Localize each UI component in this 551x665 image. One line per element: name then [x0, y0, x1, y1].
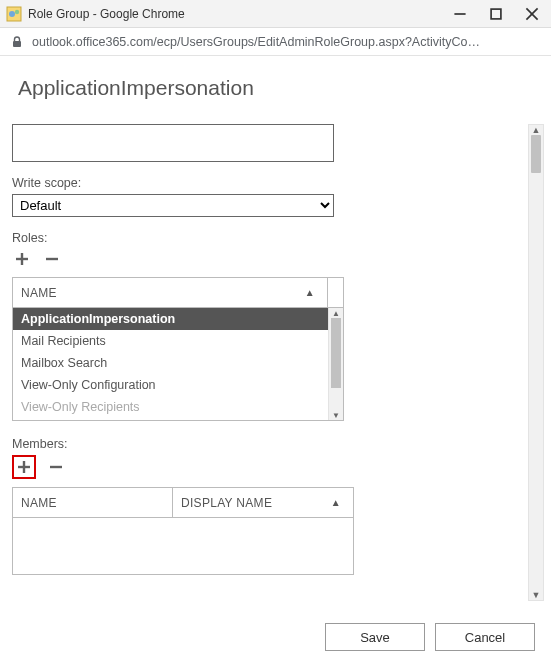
close-button[interactable] [525, 7, 539, 21]
lock-icon [10, 35, 24, 49]
roles-table-body: ApplicationImpersonation Mail Recipients… [13, 308, 343, 420]
role-item-label: Mail Recipients [21, 334, 106, 348]
roles-remove-button[interactable] [42, 249, 62, 269]
role-item-label: ApplicationImpersonation [21, 312, 175, 326]
roles-label: Roles: [12, 231, 523, 245]
roles-scrollbar[interactable]: ▲ ▼ [328, 308, 343, 420]
roles-add-button[interactable] [12, 249, 32, 269]
scroll-down-icon[interactable]: ▼ [329, 409, 343, 420]
form-scrollpane: Write scope: Default Roles: NAME ▲ [12, 124, 523, 601]
roles-header-name: NAME [21, 286, 57, 300]
window-title: Role Group - Google Chrome [28, 7, 453, 21]
save-button[interactable]: Save [325, 623, 425, 651]
roles-table-header[interactable]: NAME ▲ [13, 278, 343, 308]
svg-rect-7 [13, 41, 21, 47]
svg-rect-4 [491, 9, 501, 19]
sort-indicator-icon: ▲ [305, 287, 315, 298]
dialog-footer: Save Cancel [325, 623, 535, 651]
cancel-button[interactable]: Cancel [435, 623, 535, 651]
members-header-name: NAME [21, 496, 57, 510]
table-row[interactable]: Mailbox Search [13, 352, 328, 374]
table-row[interactable]: View-Only Recipients [13, 396, 328, 418]
role-item-label: Mailbox Search [21, 356, 107, 370]
members-table-body [13, 518, 353, 574]
minimize-button[interactable] [453, 7, 467, 21]
roles-table: NAME ▲ ApplicationImpersonation Mail Rec… [12, 277, 344, 421]
window-controls [453, 7, 547, 21]
members-toolbar [12, 455, 523, 479]
write-scope-label: Write scope: [12, 176, 523, 190]
scroll-down-icon[interactable]: ▼ [529, 588, 543, 602]
content-pane: ApplicationImpersonation Write scope: De… [0, 56, 551, 665]
window-titlebar: Role Group - Google Chrome [0, 0, 551, 28]
page-scrollbar[interactable]: ▲ ▼ [528, 124, 544, 601]
members-table: NAME DISPLAY NAME ▲ [12, 487, 354, 575]
members-label: Members: [12, 437, 523, 451]
scroll-thumb[interactable] [331, 318, 341, 388]
plus-icon [16, 459, 32, 475]
address-bar: outlook.office365.com/ecp/UsersGroups/Ed… [0, 28, 551, 56]
role-item-label: View-Only Configuration [21, 378, 156, 392]
table-row[interactable]: Mail Recipients [13, 330, 328, 352]
description-textarea[interactable] [12, 124, 334, 162]
scroll-thumb[interactable] [531, 135, 541, 173]
write-scope-select[interactable]: Default [12, 194, 334, 217]
page-title: ApplicationImpersonation [18, 76, 535, 100]
minus-icon [48, 459, 64, 475]
url-text[interactable]: outlook.office365.com/ecp/UsersGroups/Ed… [32, 35, 541, 49]
members-remove-button[interactable] [46, 457, 66, 477]
svg-point-1 [9, 11, 15, 17]
roles-toolbar [12, 249, 523, 269]
table-row[interactable]: View-Only Configuration [13, 374, 328, 396]
roles-header-spacer [327, 278, 343, 307]
plus-icon [14, 251, 30, 267]
sort-indicator-icon: ▲ [331, 497, 341, 508]
members-table-header[interactable]: NAME DISPLAY NAME ▲ [13, 488, 353, 518]
role-item-label: View-Only Recipients [21, 400, 140, 414]
members-header-display: DISPLAY NAME [181, 496, 272, 510]
svg-point-2 [15, 9, 19, 13]
minus-icon [44, 251, 60, 267]
app-favicon [6, 6, 22, 22]
maximize-button[interactable] [489, 7, 503, 21]
table-row[interactable]: ApplicationImpersonation [13, 308, 328, 330]
members-add-button[interactable] [12, 455, 36, 479]
